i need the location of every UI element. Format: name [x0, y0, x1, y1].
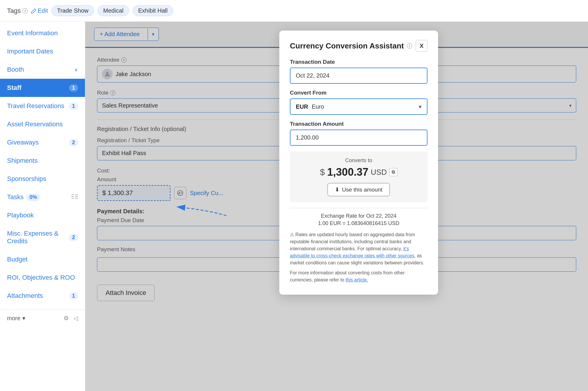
sidebar-item-label: Booth [7, 66, 24, 73]
disclaimer-text: ⚠ Rates are updated hourly based on aggr… [290, 231, 427, 266]
modal-header: Currency Conversion Assistant i X [290, 40, 427, 52]
modal-info-icon[interactable]: i [407, 43, 412, 48]
tags-bar: Tags i Edit Trade Show Medical Exhibit H… [0, 0, 588, 22]
tags-edit-button[interactable]: Edit [31, 7, 48, 14]
currency-conversion-modal: Currency Conversion Assistant i X Transa… [279, 31, 438, 295]
tags-info-icon[interactable]: i [22, 8, 28, 14]
sidebar-item-label: Tasks [7, 193, 24, 201]
transaction-amount-label: Transaction Amount [290, 121, 427, 127]
transaction-date-input[interactable] [290, 68, 427, 84]
sidebar-item-label: Playbook [7, 212, 34, 219]
more-label: more [7, 315, 21, 322]
sidebar-item-label: Giveaways [7, 139, 39, 146]
more-info-text: For more information about converting co… [290, 269, 427, 283]
tag-pill-exhibit-hall[interactable]: Exhibit Hall [133, 5, 173, 16]
misc-badge: 2 [69, 234, 78, 241]
sidebar-item-asset-reservations[interactable]: Asset Reservations [0, 115, 85, 133]
sidebar-item-giveaways[interactable]: Giveaways 2 [0, 133, 85, 152]
sidebar-item-misc-expenses[interactable]: Misc. Expenses & Credits 2 [0, 224, 85, 250]
main-content: + Add Attendee ▾ Attendee i [85, 22, 588, 391]
currency-select[interactable]: EUR Euro ▾ [290, 98, 427, 115]
sidebar-footer: more ▾ ⚙ ◁ [0, 310, 85, 326]
settings-icon[interactable]: ⚙ [64, 315, 69, 322]
converted-currency: USD [371, 168, 387, 177]
sidebar-item-label: Asset Reservations [7, 120, 63, 128]
currency-name: Euro [312, 103, 324, 110]
staff-badge: 1 [69, 84, 78, 92]
sidebar-item-roi[interactable]: ROI, Objectives & ROO [0, 269, 85, 287]
sidebar-item-travel-reservations[interactable]: Travel Reservations 1 [0, 97, 85, 115]
sidebar-item-playbook[interactable]: Playbook [0, 206, 85, 224]
sidebar-item-label: Attachments [7, 292, 43, 300]
tag-pill-medical[interactable]: Medical [98, 5, 129, 16]
transaction-date-label: Transaction Date [290, 59, 427, 65]
sidebar-item-tasks[interactable]: Tasks 0% [0, 188, 85, 206]
sidebar-item-shipments[interactable]: Shipments [0, 152, 85, 170]
download-icon: ⬇ [335, 186, 340, 193]
converts-to-amount: $ 1,300.37 USD ⧉ [297, 166, 420, 178]
sidebar-item-sponsorships[interactable]: Sponsorships [0, 170, 85, 188]
sidebar-footer-icons: ⚙ ◁ [64, 315, 78, 322]
sidebar-item-label: Event Information [7, 29, 58, 37]
more-button[interactable]: more ▾ [7, 315, 25, 322]
sidebar-item-booth[interactable]: Booth ∨ [0, 61, 85, 79]
sidebar-item-budget[interactable]: Budget [0, 250, 85, 269]
modal-close-button[interactable]: X [416, 40, 427, 52]
use-this-amount-button[interactable]: ⬇ Use this amount [328, 183, 390, 196]
currency-code: EUR [296, 103, 308, 110]
sidebar-item-event-information[interactable]: Event Information [0, 24, 85, 42]
converted-amount: 1,300.37 [327, 166, 368, 178]
more-chevron-icon: ▾ [22, 315, 25, 322]
collapse-icon[interactable]: ◁ [74, 315, 78, 322]
sidebar-item-important-dates[interactable]: Important Dates [0, 42, 85, 61]
exchange-rate-date: Exchange Rate for Oct 22, 2024 [290, 213, 427, 219]
tag-pill-trade-show[interactable]: Trade Show [51, 5, 94, 16]
exchange-rate-value: 1.00 EUR = 1.083640816415 USD [290, 220, 427, 226]
tasks-badge: 0% [26, 194, 40, 201]
transaction-amount-input[interactable] [290, 130, 427, 146]
warning-icon: ⚠ [290, 232, 294, 237]
convert-from-label: Convert From [290, 90, 427, 96]
converts-to-label: Converts to [297, 157, 420, 164]
sidebar-item-label: ROI, Objectives & ROO [7, 274, 75, 281]
tasks-list-icon [71, 193, 78, 201]
sidebar-item-label: Shipments [7, 157, 38, 165]
giveaways-badge: 2 [69, 139, 78, 146]
sidebar-item-label: Staff [7, 84, 21, 92]
travel-badge: 1 [69, 103, 78, 110]
tags-label: Tags i [7, 7, 28, 15]
sidebar-item-label: Budget [7, 256, 28, 263]
attachments-badge: 1 [69, 292, 78, 300]
dollar-symbol: $ [320, 167, 325, 177]
sidebar-item-attachments[interactable]: Attachments 1 [0, 287, 85, 305]
modal-title: Currency Conversion Assistant i [290, 41, 412, 51]
tags-text: Tags [7, 7, 21, 15]
tags-edit-label: Edit [38, 7, 48, 14]
use-amount-label: Use this amount [342, 187, 382, 193]
sidebar: Event Information Important Dates Booth … [0, 22, 85, 391]
sidebar-item-staff[interactable]: Staff 1 [0, 79, 85, 97]
exchange-rate-section: Exchange Rate for Oct 22, 2024 1.00 EUR … [290, 208, 427, 226]
currency-chevron-icon: ▾ [419, 103, 422, 110]
sidebar-item-label: Misc. Expenses & Credits [7, 230, 69, 245]
this-article-link[interactable]: this article. [345, 277, 368, 282]
copy-icon[interactable]: ⧉ [389, 168, 397, 176]
sidebar-item-label: Sponsorships [7, 175, 46, 183]
converts-to-box: Converts to $ 1,300.37 USD ⧉ ⬇ Use this … [290, 152, 427, 202]
currency-select-inner: EUR Euro [296, 103, 324, 110]
booth-chevron-icon: ∨ [74, 67, 78, 73]
sidebar-item-label: Important Dates [7, 48, 53, 55]
sidebar-item-label: Travel Reservations [7, 102, 64, 110]
